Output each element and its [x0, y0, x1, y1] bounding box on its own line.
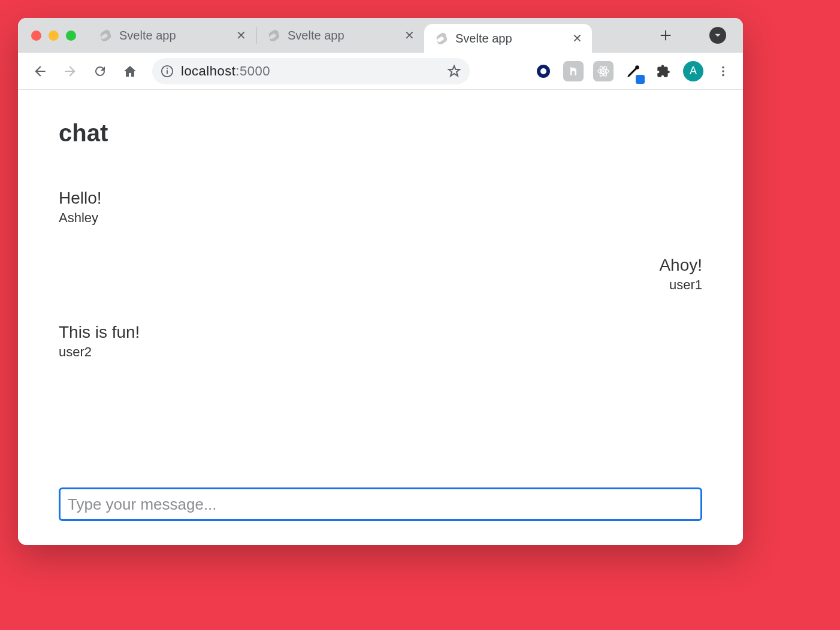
svg-point-10: [722, 70, 724, 72]
tab-0[interactable]: Svelte app ✕: [88, 18, 256, 53]
site-info-icon[interactable]: [161, 65, 174, 78]
tab-title: Svelte app: [455, 32, 563, 46]
message-user: user1: [59, 277, 702, 293]
extensions-puzzle-icon[interactable]: [653, 61, 673, 81]
svg-point-4: [602, 70, 605, 72]
message-item: Ahoy! user1: [59, 256, 702, 293]
avatar-letter: A: [690, 65, 697, 77]
message-text: This is fun!: [59, 323, 702, 342]
tabs-dropdown-button[interactable]: [709, 27, 726, 44]
svelte-favicon-icon: [267, 29, 280, 42]
maximize-window-button[interactable]: [66, 31, 76, 41]
tab-title: Svelte app: [288, 29, 395, 43]
tab-close-icon[interactable]: ✕: [403, 28, 416, 43]
extensions-area: A: [533, 61, 733, 81]
address-bar[interactable]: localhost:5000: [152, 58, 470, 84]
url-port: :5000: [235, 63, 270, 79]
window-controls: [18, 31, 88, 41]
tab-close-icon[interactable]: ✕: [234, 28, 247, 43]
tab-2-active[interactable]: Svelte app ✕: [424, 24, 592, 53]
message-input[interactable]: [59, 487, 702, 521]
forward-button[interactable]: [58, 59, 83, 84]
svelte-favicon-icon: [435, 32, 448, 45]
extension-react-icon[interactable]: [593, 61, 614, 81]
bookmark-star-icon[interactable]: [447, 64, 461, 78]
svg-point-11: [722, 74, 724, 76]
message-text: Ahoy!: [59, 256, 702, 275]
message-item: This is fun! user2: [59, 323, 702, 360]
extension-h-icon[interactable]: [563, 61, 584, 81]
extension-colorpicker-icon[interactable]: [623, 61, 643, 81]
reload-button[interactable]: [87, 59, 113, 84]
browser-window: Svelte app ✕ Svelte app ✕ Svelte app ✕: [18, 18, 743, 545]
home-button[interactable]: [117, 59, 143, 84]
url-text: localhost:5000: [181, 63, 270, 79]
tabs: Svelte app ✕ Svelte app ✕ Svelte app ✕: [88, 18, 639, 53]
messages-list: Hello! Ashley Ahoy! user1 This is fun! u…: [59, 189, 702, 487]
svg-rect-1: [167, 70, 168, 74]
svg-point-8: [635, 65, 639, 69]
svg-point-9: [722, 66, 724, 68]
svg-point-3: [539, 66, 548, 76]
profile-avatar[interactable]: A: [683, 61, 703, 81]
toolbar: localhost:5000 A: [18, 53, 743, 90]
tab-actions: [639, 25, 743, 46]
tab-strip: Svelte app ✕ Svelte app ✕ Svelte app ✕: [18, 18, 743, 53]
browser-menu-button[interactable]: [713, 61, 733, 81]
message-text: Hello!: [59, 189, 702, 208]
back-button[interactable]: [28, 59, 53, 84]
tab-title: Svelte app: [119, 29, 227, 43]
new-tab-button[interactable]: [655, 25, 676, 46]
close-window-button[interactable]: [31, 31, 41, 41]
svg-rect-2: [167, 68, 168, 69]
svelte-favicon-icon: [99, 29, 112, 42]
message-user: Ashley: [59, 210, 702, 226]
url-host: localhost: [181, 63, 235, 79]
colorpicker-swatch: [636, 75, 645, 84]
message-user: user2: [59, 344, 702, 360]
tab-close-icon[interactable]: ✕: [570, 31, 584, 46]
message-item: Hello! Ashley: [59, 189, 702, 226]
page-title: chat: [59, 120, 702, 147]
tab-1[interactable]: Svelte app ✕: [256, 18, 424, 53]
page-content: chat Hello! Ashley Ahoy! user1 This is f…: [18, 90, 743, 545]
extension-circle-icon[interactable]: [533, 61, 554, 81]
minimize-window-button[interactable]: [49, 31, 59, 41]
